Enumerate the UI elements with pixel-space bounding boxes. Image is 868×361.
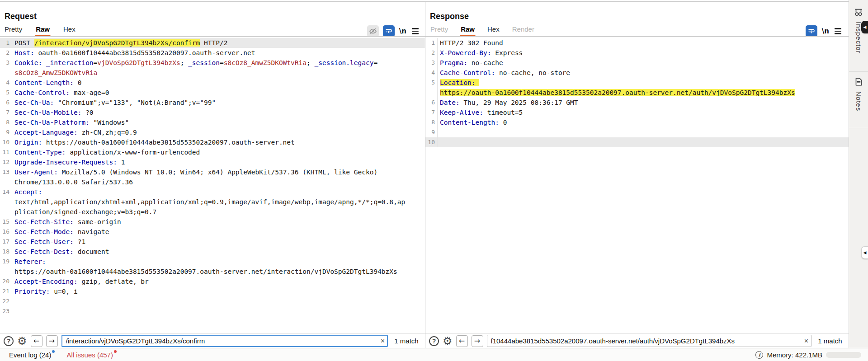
editor-line[interactable]: Chrome/133.0.0.0 Safari/537.36 xyxy=(0,177,425,187)
editor-line[interactable]: https://oauth-0a1600f10444abe3815d553502… xyxy=(0,267,425,277)
all-issues-button[interactable]: All issues (457) xyxy=(55,351,117,359)
hamburger-icon xyxy=(835,28,841,29)
line-number xyxy=(0,68,12,78)
hamburger-icon xyxy=(835,33,841,34)
request-search-field: × xyxy=(61,335,388,347)
line-number: 23 xyxy=(0,306,12,316)
search-next-button[interactable]: → xyxy=(472,335,483,347)
editor-line[interactable]: 4Cache-Control: no-cache, no-store xyxy=(425,68,849,78)
editor-line[interactable]: 18Sec-Fetch-Dest: document xyxy=(0,247,425,257)
editor-line[interactable]: 2Host: oauth-0a1600f10444abe3815d553502a… xyxy=(0,48,425,58)
editor-line[interactable]: 9 xyxy=(425,127,849,137)
editor-line[interactable]: 8Content-Length: 0 xyxy=(425,117,849,127)
editor-line[interactable]: s8cOz8_AmwZ5DKOWtvRia xyxy=(0,68,425,78)
line-content: User-Agent: Mozilla/5.0 (Windows NT 10.0… xyxy=(12,167,425,177)
memory-label: Memory: 422.1MB xyxy=(767,351,822,359)
clear-search-icon[interactable]: × xyxy=(381,338,385,345)
memory-usage-pill xyxy=(826,352,861,358)
collapse-panel-handle[interactable]: ◀ xyxy=(861,246,868,259)
editor-line[interactable]: 10 xyxy=(425,137,849,147)
soft-wrap-button[interactable] xyxy=(383,25,395,37)
editor-line[interactable]: 3Cookie: _interaction=vjDVoSpG2DTgtL394b… xyxy=(0,58,425,68)
editor-line[interactable]: 6Date: Thu, 29 May 2025 08:36:17 GMT xyxy=(425,98,849,108)
event-log-label: Event log (24) xyxy=(9,351,51,359)
editor-line[interactable]: 14Accept: xyxy=(0,187,425,197)
line-number: 18 xyxy=(0,247,12,257)
editor-line[interactable]: text/html,application/xhtml+xml,applicat… xyxy=(0,197,425,207)
search-help-button[interactable]: ? xyxy=(4,336,14,346)
request-match-count: 1 match xyxy=(392,337,421,345)
issues-notification-dot xyxy=(114,350,117,353)
soft-wrap-button[interactable] xyxy=(806,25,817,37)
editor-line[interactable]: 13User-Agent: Mozilla/5.0 (Windows NT 10… xyxy=(0,167,425,177)
editor-line[interactable]: 11Content-Type: application/x-www-form-u… xyxy=(0,147,425,157)
tab-hex[interactable]: Hex xyxy=(487,25,500,36)
editor-line[interactable]: 7Sec-Ch-Ua-Mobile: ?0 xyxy=(0,108,425,117)
line-content: Sec-Fetch-Dest: document xyxy=(12,247,425,257)
request-search-input[interactable] xyxy=(61,335,388,347)
editor-line[interactable]: 6Sec-Ch-Ua: "Chromium";v="133", "Not(A:B… xyxy=(0,98,425,108)
tab-render[interactable]: Render xyxy=(512,25,534,36)
line-number: 3 xyxy=(0,58,12,68)
clear-search-icon[interactable]: × xyxy=(804,338,808,345)
request-editor[interactable]: 1POST /interaction/vjDVoSpG2DTgtL394bzXs… xyxy=(0,36,425,333)
editor-line[interactable]: 23 xyxy=(0,306,425,316)
editor-line[interactable]: 12Upgrade-Insecure-Requests: 1 xyxy=(0,157,425,167)
editor-line[interactable]: 4Content-Length: 0 xyxy=(0,78,425,88)
editor-line[interactable]: 22 xyxy=(0,296,425,306)
hamburger-icon xyxy=(412,31,419,32)
editor-line[interactable]: 16Sec-Fetch-Mode: navigate xyxy=(0,227,425,237)
response-search-field: × xyxy=(487,335,811,347)
editor-line[interactable]: 8Sec-Ch-Ua-Platform: "Windows" xyxy=(0,117,425,127)
editor-line[interactable]: 15Sec-Fetch-Site: same-origin xyxy=(0,217,425,227)
line-number: 13 xyxy=(0,167,12,177)
tab-raw[interactable]: Raw xyxy=(36,25,50,36)
editor-line[interactable]: 5Location: xyxy=(425,78,849,88)
memory-status: i Memory: 422.1MB xyxy=(755,351,861,359)
editor-line[interactable]: 20Accept-Encoding: gzip, deflate, br xyxy=(0,277,425,286)
editor-line[interactable]: 7Keep-Alive: timeout=5 xyxy=(425,108,849,117)
editor-line[interactable]: 1POST /interaction/vjDVoSpG2DTgtL394bzXs… xyxy=(0,38,425,48)
editor-menu-button[interactable] xyxy=(834,27,842,35)
sidebar-divider xyxy=(849,128,868,128)
hamburger-icon xyxy=(412,28,419,29)
editor-line[interactable]: 10Origin: https://oauth-0a1600f10444abe3… xyxy=(0,137,425,147)
line-number: 9 xyxy=(425,127,437,137)
editor-line[interactable]: 21Priority: u=0, i xyxy=(0,286,425,296)
collapse-inspector-handle[interactable]: ◀ xyxy=(861,21,868,33)
response-editor[interactable]: 1HTTP/2 302 Found2X-Powered-By: Express3… xyxy=(425,36,849,333)
editor-line[interactable]: 19Referer: xyxy=(0,257,425,267)
editor-line[interactable]: 2X-Powered-By: Express xyxy=(425,48,849,58)
line-number: 4 xyxy=(425,68,437,78)
request-editor-toolbar: \n xyxy=(367,25,420,37)
search-previous-button[interactable]: ← xyxy=(31,335,42,347)
editor-line[interactable]: https://oauth-0a1600f10444abe3815d553502… xyxy=(425,88,849,98)
tab-raw[interactable]: Raw xyxy=(461,25,475,36)
search-next-button[interactable]: → xyxy=(46,335,58,347)
editor-line[interactable]: 5Cache-Control: max-age=0 xyxy=(0,88,425,98)
tab-hex[interactable]: Hex xyxy=(63,25,75,36)
line-content xyxy=(12,296,425,306)
search-previous-button[interactable]: ← xyxy=(456,335,468,347)
editor-menu-button[interactable] xyxy=(411,27,420,35)
editor-line[interactable]: 9Accept-Language: zh-CN,zh;q=0.9 xyxy=(0,127,425,137)
hide-highlights-button[interactable] xyxy=(367,25,379,37)
show-newlines-button[interactable]: \n xyxy=(399,27,407,35)
editor-line[interactable]: plication/signed-exchange;v=b3;q=0.7 xyxy=(0,207,425,217)
show-newlines-button[interactable]: \n xyxy=(821,27,830,35)
tab-pretty[interactable]: Pretty xyxy=(5,25,22,36)
editor-line[interactable]: 1HTTP/2 302 Found xyxy=(425,38,849,48)
editor-line[interactable]: 3Pragma: no-cache xyxy=(425,58,849,68)
editor-line[interactable]: 17Sec-Fetch-User: ?1 xyxy=(0,237,425,247)
search-settings-button[interactable]: ⚙ xyxy=(443,336,453,346)
response-search-input[interactable] xyxy=(487,335,811,347)
line-content: Cookie: _interaction=vjDVoSpG2DTgtL394bz… xyxy=(12,58,425,68)
search-help-button[interactable]: ? xyxy=(429,336,439,346)
event-log-button[interactable]: Event log (24) xyxy=(7,351,55,359)
line-number: 9 xyxy=(0,127,12,137)
sidebar-item-notes[interactable]: Notes xyxy=(849,77,868,111)
search-settings-button[interactable]: ⚙ xyxy=(17,336,27,346)
line-content: Cache-Control: no-cache, no-store xyxy=(437,68,849,78)
line-content: Sec-Ch-Ua-Mobile: ?0 xyxy=(12,108,425,117)
tab-pretty[interactable]: Pretty xyxy=(430,25,448,36)
